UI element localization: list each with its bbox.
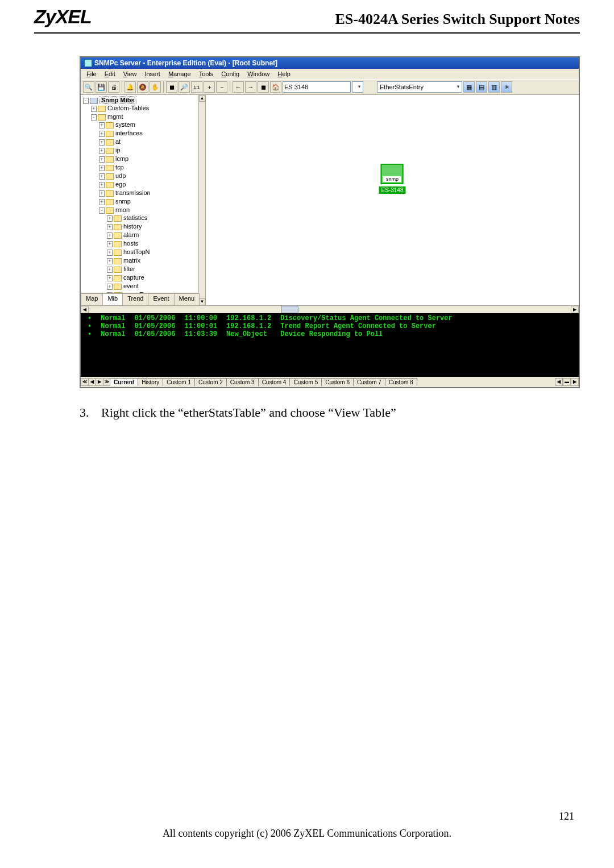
hscroll-right-icon[interactable]: ▶	[571, 306, 579, 313]
tree-alarm[interactable]: alarm	[123, 231, 139, 238]
tree-history[interactable]: history	[123, 223, 142, 230]
toolbar-mib-select[interactable]: EtherStatsEntry	[377, 81, 462, 93]
log-tabs: ≪ ◀ ▶ ≫ Current History Custom 1 Custom …	[81, 377, 579, 387]
tool-find-icon[interactable]: 🔍	[83, 81, 94, 93]
tree-system[interactable]: system	[115, 121, 135, 128]
tree-tcp[interactable]: tcp	[115, 164, 124, 171]
tab-event[interactable]: Event	[148, 293, 174, 305]
tool-save-icon[interactable]: 💾	[96, 81, 107, 93]
logtab-c8[interactable]: Custom 8	[385, 378, 417, 386]
tree-rmon[interactable]: rmon	[115, 206, 130, 213]
logtab-hscroll-right-icon[interactable]: ▶	[571, 378, 579, 386]
logtab-hscroll-left-icon[interactable]: ◀	[555, 378, 563, 386]
tree-scrollbar[interactable]: ▲ ▼	[198, 95, 205, 305]
menu-view[interactable]: View	[120, 70, 140, 78]
logtab-c1[interactable]: Custom 1	[163, 378, 195, 386]
logtab-history[interactable]: History	[138, 378, 163, 386]
page-title: ES-4024A Series Switch Support Notes	[92, 11, 580, 28]
menu-window[interactable]: Window	[244, 70, 273, 78]
tree-egp[interactable]: egp	[115, 181, 126, 188]
hscroll-left-icon[interactable]: ◀	[81, 306, 89, 313]
tree-root[interactable]: Snmp Mibs	[99, 96, 136, 104]
tool-print-icon[interactable]: 🖨	[108, 81, 119, 93]
menu-manage[interactable]: Manage	[165, 70, 194, 78]
tool-zoomminus-icon[interactable]: －	[216, 81, 227, 93]
tree-hosts[interactable]: hosts	[123, 240, 138, 247]
scroll-down-icon[interactable]: ▼	[199, 298, 205, 305]
menu-file[interactable]: File	[83, 70, 100, 78]
menubar: File Edit View Insert Manage Tools Confi…	[81, 69, 579, 79]
logtab-next-icon[interactable]: ▶	[96, 378, 103, 386]
tree-interfaces[interactable]: interfaces	[115, 130, 143, 136]
tree-mgmt[interactable]: mgmt	[107, 113, 123, 120]
tree-filter[interactable]: filter	[123, 265, 135, 272]
tree-at[interactable]: at	[115, 138, 121, 145]
logtab-current[interactable]: Current	[110, 378, 138, 386]
map-hscrollbar[interactable]: ◀ ▶	[81, 305, 579, 313]
menu-tools[interactable]: Tools	[196, 70, 217, 78]
divider	[34, 32, 580, 34]
tree-capture[interactable]: capture	[123, 274, 144, 281]
tool-bell-icon[interactable]: 🔔	[125, 81, 136, 93]
toolbar-search-input[interactable]	[283, 81, 351, 93]
tree-statistics[interactable]: statistics	[123, 214, 147, 221]
log-row[interactable]: • Normal 01/05/2006 11:00:00 192.168.1.2…	[83, 314, 457, 322]
tab-trend[interactable]: Trend	[122, 293, 148, 305]
logtab-prev-icon[interactable]: ◀	[88, 378, 96, 386]
tool-home-icon[interactable]: 🏠	[270, 81, 281, 93]
tree-ip[interactable]: ip	[115, 147, 121, 153]
instruction-step: 3. Right click the “etherStatsTable” and…	[80, 405, 580, 420]
tree-transmission[interactable]: transmission	[115, 189, 151, 196]
toolbar-search-dropdown[interactable]	[352, 81, 363, 93]
log-row[interactable]: • Normal 01/05/2006 11:00:01 192.168.1.2…	[83, 322, 457, 330]
menu-help[interactable]: Help	[274, 70, 294, 78]
tool-stop-icon[interactable]: ◼	[166, 81, 177, 93]
tool-table-icon[interactable]: ▦	[463, 81, 475, 93]
hscroll-thumb[interactable]	[281, 306, 298, 313]
tree-hosttopn[interactable]: hostTopN	[123, 248, 150, 255]
logtab-c6[interactable]: Custom 6	[321, 378, 354, 386]
tool-prop-icon[interactable]: ✳	[501, 81, 512, 93]
scroll-up-icon[interactable]: ▲	[199, 95, 205, 102]
menu-insert[interactable]: Insert	[141, 70, 164, 78]
tree-snmp[interactable]: snmp	[115, 198, 131, 205]
tree-matrix[interactable]: matrix	[123, 257, 140, 264]
logtab-c7[interactable]: Custom 7	[353, 378, 385, 386]
tool-bellx-icon[interactable]: 🔕	[137, 81, 148, 93]
map-pane[interactable]: ES-3148	[206, 95, 579, 305]
tool-zoom11-icon[interactable]: 1:1	[191, 81, 202, 93]
tool-back-icon[interactable]: ←	[233, 81, 244, 93]
tool-zoomplus-icon[interactable]: ＋	[204, 81, 215, 93]
map-device[interactable]: ES-3148	[379, 164, 406, 194]
tree-custom[interactable]: Custom-Tables	[107, 105, 149, 111]
step-number: 3.	[80, 405, 101, 420]
tool-bar-icon[interactable]: ▥	[488, 81, 500, 93]
window-title: SNMPc Server - Enterprise Edition (Eval)…	[94, 59, 277, 67]
logtab-c5[interactable]: Custom 5	[289, 378, 322, 386]
window-titlebar: SNMPc Server - Enterprise Edition (Eval)…	[81, 57, 579, 69]
logtab-first-icon[interactable]: ≪	[81, 378, 89, 386]
footer-copyright: All contents copyright (c) 2006 ZyXEL Co…	[0, 828, 614, 840]
tree-icmp[interactable]: icmp	[115, 155, 128, 162]
tool-forward-icon[interactable]: →	[245, 81, 256, 93]
tab-menu[interactable]: Menu	[174, 293, 200, 305]
tab-mib[interactable]: Mib	[102, 293, 123, 305]
event-log-pane: • Normal 01/05/2006 11:00:00 192.168.1.2…	[81, 313, 579, 387]
tool-zoom-icon[interactable]: 🔎	[179, 81, 190, 93]
device-label: ES-3148	[379, 186, 406, 194]
logtab-c2[interactable]: Custom 2	[194, 378, 227, 386]
logtab-hscroll-thumb[interactable]: ▬	[563, 378, 571, 386]
log-row[interactable]: • Normal 01/05/2006 11:03:39 New_Object …	[83, 330, 457, 338]
logtab-c3[interactable]: Custom 3	[226, 378, 259, 386]
tool-hand-icon[interactable]: ✋	[150, 81, 161, 93]
toolbar: 🔍 💾 🖨 🔔 🔕 ✋ ◼ 🔎 1:1 ＋ － ← → ◼ 🏠 EtherSta…	[81, 79, 579, 95]
tool-stop2-icon[interactable]: ◼	[258, 81, 269, 93]
tab-map[interactable]: Map	[81, 293, 103, 305]
menu-edit[interactable]: Edit	[101, 70, 119, 78]
tree-udp[interactable]: udp	[115, 172, 126, 179]
brand-logo: ZyXEL	[34, 6, 92, 28]
logtab-c4[interactable]: Custom 4	[258, 378, 291, 386]
tool-graph-icon[interactable]: ▤	[476, 81, 487, 93]
menu-config[interactable]: Config	[218, 70, 243, 78]
tree-event[interactable]: event	[123, 283, 139, 289]
